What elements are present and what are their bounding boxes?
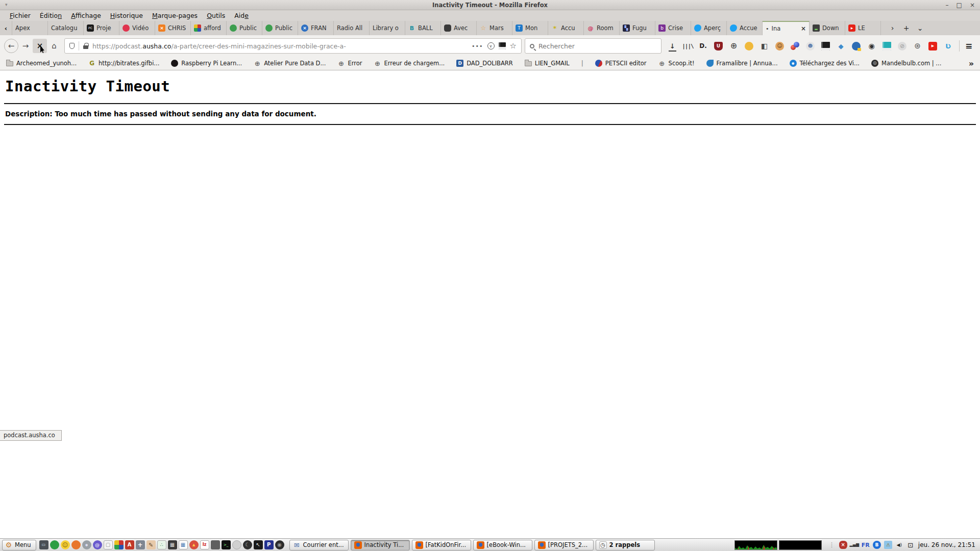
spiral-icon[interactable]: @ — [93, 540, 102, 549]
cursor-icon[interactable]: ↖ — [254, 540, 263, 549]
bookmark-mandelbulb-com-[interactable]: ⊛Mandelbulb.com | ... — [871, 60, 941, 67]
tracking-protection-shield-icon[interactable] — [69, 43, 75, 49]
earth-icon[interactable] — [50, 540, 59, 549]
bookmark-dad-dolibarr[interactable]: DDAD_DOLIBARR — [456, 60, 513, 67]
sheet-icon[interactable]: ▦ — [179, 540, 188, 549]
dog-icon[interactable] — [745, 42, 753, 51]
window-menu-icon[interactable]: ▾ — [5, 2, 8, 7]
forward-button[interactable]: → — [18, 39, 33, 53]
tab-accu[interactable]: *Accu — [548, 21, 584, 35]
keyboard-layout-indicator[interactable]: FR — [862, 541, 870, 549]
taskbar-window--fatkidonfir-[interactable]: [FatKidOnFir... — [412, 540, 471, 550]
color-balls-icon[interactable] — [791, 42, 799, 51]
sidebar-icon[interactable]: ◧ — [760, 42, 769, 51]
window-icon[interactable]: ▢ — [104, 540, 113, 549]
terminal-icon[interactable]: >_ — [222, 540, 231, 549]
menu-affichage[interactable]: Affichage — [66, 11, 106, 20]
tab-fran[interactable]: ×FRAN — [298, 21, 334, 35]
menu-hamburger-icon[interactable]: ≡ — [962, 39, 976, 53]
taskbar-window-courrier-ent-[interactable]: ✉Courrier ent... — [289, 540, 349, 550]
download-icon[interactable]: ↓ — [668, 42, 677, 51]
tab-scroll-right-icon[interactable]: › — [886, 21, 899, 35]
lens-icon[interactable]: ◉ — [275, 540, 284, 549]
menu-marque-pages[interactable]: Marque-pages — [148, 11, 202, 20]
film-reel-icon[interactable]: ⊛ — [913, 42, 922, 51]
lock-icon[interactable] — [83, 45, 88, 49]
tab-scroll-left-icon[interactable]: ‹ — [0, 21, 12, 35]
menu-fichier[interactable]: Fichier — [5, 11, 35, 20]
stop-button[interactable]: × — [33, 39, 47, 53]
disabled-plugin-icon[interactable]: ⊘ — [898, 42, 906, 51]
power-icon[interactable]: ⊡ — [906, 541, 915, 549]
shield-alert-icon[interactable]: × — [839, 541, 847, 549]
tab-accue[interactable]: Accue — [727, 21, 763, 35]
pocket-icon[interactable]: ∨ — [487, 42, 495, 49]
tab-catalogu[interactable]: Catalogu — [48, 21, 84, 35]
display-warning-icon[interactable]: ⚠ — [884, 541, 892, 549]
iz-icon[interactable]: Iz — [200, 540, 209, 549]
bookmark-http-bitrates-gifbi-[interactable]: Ghttp://bitrates.gifbi... — [88, 60, 159, 67]
tab-aper-[interactable]: Aperç — [691, 21, 727, 35]
tab-avec[interactable]: Avec — [441, 21, 477, 35]
tab-mars[interactable]: ☆Mars — [477, 21, 512, 35]
monkey-icon[interactable]: ☺ — [775, 42, 784, 51]
moon-icon[interactable]: ☾ — [243, 540, 252, 549]
blue-diamond-icon[interactable]: ◆ — [837, 42, 845, 51]
tab-close-icon[interactable]: × — [801, 25, 806, 32]
chat-person-icon[interactable]: ☻ — [806, 42, 815, 51]
library-icon[interactable]: |||\ — [683, 42, 692, 51]
keyboard-icon[interactable]: ▦ — [168, 540, 177, 549]
bookmark-scoop-it-[interactable]: ⊕Scoop.it! — [658, 60, 695, 67]
url-text[interactable]: https://podcast.ausha.co/a-parte/creer-d… — [92, 42, 468, 50]
bookmark-star-icon[interactable]: ☆ — [510, 41, 517, 51]
list-all-tabs-icon[interactable]: ⌄ — [913, 21, 927, 35]
tab-fugu[interactable]: ▚Fugu — [620, 21, 655, 35]
floppy-teal-icon[interactable] — [883, 42, 891, 51]
science-icon[interactable]: ∴ — [157, 540, 166, 549]
d-period-icon[interactable]: D. — [699, 42, 707, 51]
bookmark-lien-gmail[interactable]: LIEN_GMAIL — [525, 60, 570, 67]
p-icon[interactable]: P — [264, 540, 274, 549]
bookmark-raspberry-pi-learn-[interactable]: Raspberry Pi Learn... — [171, 60, 242, 67]
tab-chris[interactable]: ×CHRIS — [155, 21, 191, 35]
target-icon[interactable]: ⊕ — [729, 42, 738, 51]
camera-icon[interactable]: ● — [82, 540, 91, 549]
dark-square-icon[interactable] — [211, 540, 220, 549]
search-bar[interactable] — [525, 38, 662, 54]
vine-icon[interactable]: Ʋ — [944, 42, 952, 51]
tab-ina[interactable]: •Ina× — [763, 21, 810, 35]
taskbar-window--ebook-win-[interactable]: [eBook-Win... — [473, 540, 532, 550]
ublock-shield-icon[interactable]: U — [714, 42, 723, 51]
tab-apex[interactable]: Apex — [12, 21, 48, 35]
signal-bars-icon[interactable]: ▂▄▆ — [850, 541, 859, 549]
search-input[interactable] — [538, 42, 656, 50]
new-tab-button[interactable]: + — [899, 21, 913, 35]
tab-library-o[interactable]: Library o — [370, 21, 405, 35]
tab-public[interactable]: Public — [262, 21, 298, 35]
tab-crise[interactable]: bCrise — [655, 21, 691, 35]
taskbar-window-inactivity-ti-[interactable]: Inactivity Ti... — [351, 540, 410, 550]
pencil-icon[interactable]: ✎ — [146, 540, 156, 549]
tab-ball[interactable]: BBALL — [405, 21, 441, 35]
tab-room[interactable]: @Room — [584, 21, 620, 35]
page-actions-icon[interactable]: ••• — [472, 43, 483, 49]
screens-icon[interactable]: ▭ — [39, 540, 48, 549]
menu-aide[interactable]: Aide — [230, 11, 253, 20]
downloadhelper-icon[interactable] — [852, 42, 861, 51]
floppy-black-icon[interactable] — [821, 42, 830, 51]
maximize-button[interactable]: □ — [957, 0, 962, 10]
menu-édition[interactable]: Édition — [35, 11, 66, 20]
bookmark-framalibre-annua-[interactable]: Framalibre | Annua... — [706, 60, 778, 67]
tab-proje[interactable]: PCProje — [84, 21, 119, 35]
bookmark-error[interactable]: ⊕Error — [337, 60, 362, 67]
tools-icon[interactable]: + — [136, 540, 145, 549]
tray-grip[interactable]: ⋮ — [828, 541, 836, 549]
tab-le[interactable]: ▶LE — [845, 21, 881, 35]
taskbar-clock[interactable]: jeu. 26 nov., 21:51 — [918, 541, 975, 548]
bookmark-erreur-de-chargem-[interactable]: ⊕Erreur de chargem... — [374, 60, 445, 67]
start-menu-button[interactable]: ⚙ Menu — [2, 540, 36, 550]
flame-icon[interactable]: ▲ — [189, 540, 199, 549]
tab-radio-all[interactable]: Radio All — [334, 21, 370, 35]
taskbar-window--projets-2-[interactable]: [PROJETS_2... — [534, 540, 594, 550]
bluetooth-icon[interactable]: B — [873, 541, 881, 549]
